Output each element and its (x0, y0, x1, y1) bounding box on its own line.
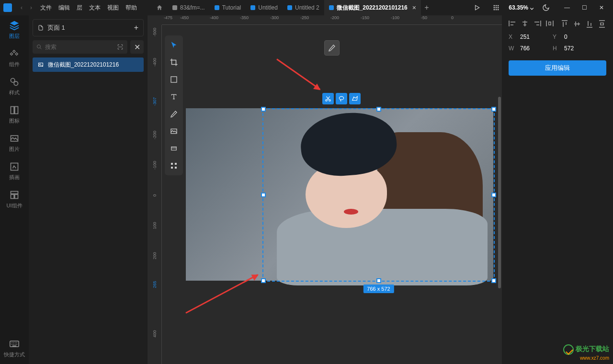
vertical-scrollbar[interactable] (498, 97, 501, 288)
image-tool[interactable] (167, 125, 181, 138)
more-tool[interactable] (167, 159, 181, 172)
align-left-icon[interactable] (509, 20, 516, 27)
resize-handle[interactable] (376, 278, 381, 283)
menu-text[interactable]: 文本 (89, 4, 101, 12)
rail-shortcuts[interactable]: 快捷方式 (4, 339, 25, 358)
align-right-icon[interactable] (534, 20, 541, 27)
tab-icon (172, 5, 177, 10)
resize-handle[interactable] (491, 107, 496, 112)
left-rail: 图层 组件 样式 图标 图片 插画 UI组件 快捷方式 (0, 15, 29, 364)
tab-4-active[interactable]: 微信截图_2022120210121​6× (324, 0, 421, 15)
scan-icon[interactable] (117, 44, 124, 50)
tab-3[interactable]: Untitled 2 (283, 0, 324, 15)
svg-rect-6 (494, 9, 495, 10)
ruler-tick: -300 (270, 15, 279, 20)
tools-toolbar (165, 35, 183, 175)
prop-label: Y (553, 34, 559, 40)
svg-rect-17 (15, 194, 18, 198)
rail-icons[interactable]: 图标 (9, 105, 20, 125)
prop-x[interactable]: X251 (509, 34, 530, 40)
resize-handle[interactable] (261, 278, 266, 283)
crop-lasso-button[interactable] (336, 93, 347, 104)
svg-rect-12 (15, 107, 18, 114)
pen-tool[interactable] (167, 107, 181, 121)
nav-back-icon[interactable]: ‹ (17, 2, 26, 13)
move-tool[interactable] (167, 38, 181, 52)
apply-edit-button[interactable]: 应用编辑 (509, 60, 606, 76)
menu-file[interactable]: 文件 (40, 4, 52, 12)
distribute-h-icon[interactable] (546, 20, 554, 27)
properties-panel: X251 Y0 W766 H572 应用编辑 (502, 15, 613, 364)
prop-label: H (553, 45, 559, 52)
svg-point-19 (37, 45, 41, 48)
rail-images[interactable]: 图片 (9, 133, 20, 153)
menu-layer[interactable]: 层 (77, 4, 82, 12)
resize-handle[interactable] (376, 107, 381, 112)
theme-toggle-icon[interactable] (539, 1, 553, 14)
crop-scissors-button[interactable] (322, 93, 334, 104)
edit-pencil-button[interactable] (324, 40, 340, 56)
ruler-horizontal[interactable]: -475 -450 -400 -350 -300 -250 -200 -150 … (162, 15, 502, 25)
svg-rect-25 (171, 163, 173, 165)
resize-handle[interactable] (261, 107, 266, 112)
align-center-v-icon[interactable] (574, 20, 581, 27)
home-tab[interactable] (151, 0, 168, 15)
align-bottom-icon[interactable] (586, 20, 594, 27)
prop-w[interactable]: W766 (509, 45, 530, 52)
new-tab-button[interactable]: + (421, 3, 432, 12)
layer-item[interactable]: 微信截图_2022120210121​6 (33, 57, 144, 72)
search-close-button[interactable]: ✕ (130, 40, 144, 54)
main-menu: 文件 编辑 层 文本 视图 帮助 (40, 4, 137, 12)
nav-forward-icon[interactable]: › (27, 2, 35, 13)
tab-icon (287, 5, 292, 10)
menu-view[interactable]: 视图 (107, 4, 119, 12)
maximize-button[interactable]: ☐ (576, 1, 593, 14)
prop-h[interactable]: H572 (553, 45, 574, 52)
crop-tool[interactable] (167, 56, 181, 69)
svg-point-31 (339, 96, 343, 100)
rail-ui-components[interactable]: UI组件 (7, 190, 23, 209)
page-icon (38, 24, 44, 31)
watermark-logo-icon (563, 344, 574, 355)
rect-tool[interactable] (167, 73, 181, 86)
prop-y[interactable]: Y0 (553, 34, 568, 40)
svg-rect-16 (11, 194, 14, 198)
tab-1[interactable]: Tutorial (210, 0, 246, 15)
selection-box[interactable]: 766 x 572 (262, 108, 495, 282)
play-icon[interactable] (470, 1, 484, 14)
page-selector[interactable]: 页面 1 + (33, 19, 144, 36)
tab-2[interactable]: Untitled (246, 0, 283, 15)
resize-handle[interactable] (261, 193, 266, 197)
app-logo[interactable] (0, 0, 15, 15)
search-icon (36, 44, 42, 50)
zoom-display[interactable]: 63.35%⌵ (509, 4, 534, 11)
align-center-h-icon[interactable] (521, 20, 529, 27)
menu-help[interactable]: 帮助 (125, 4, 137, 12)
rail-styles[interactable]: 样式 (9, 77, 20, 96)
tab-label: Untitled 2 (295, 4, 319, 11)
layer-search[interactable]: 搜索 (33, 40, 127, 54)
ruler-tick: 0 (152, 188, 157, 203)
close-icon[interactable]: × (412, 4, 416, 11)
crop-polygon-button[interactable] (349, 93, 361, 104)
menu-edit[interactable]: 编辑 (58, 4, 70, 12)
grid-icon[interactable] (489, 1, 503, 14)
rail-layers[interactable]: 图层 (9, 20, 20, 40)
tab-0[interactable]: 83&fm=... (168, 0, 210, 15)
minimize-button[interactable]: — (558, 1, 576, 14)
text-tool[interactable] (167, 90, 181, 103)
distribute-v-icon[interactable] (599, 20, 606, 27)
rail-illustrations[interactable]: 插画 (9, 161, 20, 181)
resize-handle[interactable] (491, 193, 496, 197)
ruler-tick: 200 (152, 249, 157, 263)
layers-icon (9, 20, 20, 31)
close-button[interactable]: ✕ (593, 1, 610, 14)
canvas[interactable]: 766 x 572 (162, 25, 502, 364)
illust-icon (9, 161, 20, 172)
resize-handle[interactable] (491, 278, 496, 283)
align-top-icon[interactable] (561, 20, 569, 27)
ruler-vertical[interactable]: -500 -400 -307 -200 -100 0 100 200 265 4… (148, 25, 162, 364)
rail-components[interactable]: 组件 (9, 48, 20, 68)
frame-tool[interactable] (167, 142, 181, 155)
add-page-button[interactable]: + (134, 23, 138, 32)
